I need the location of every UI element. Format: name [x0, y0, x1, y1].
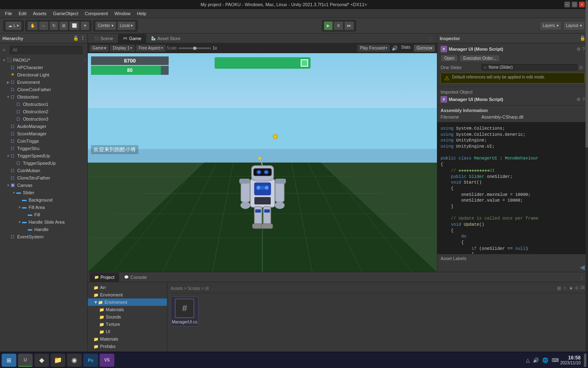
one-slider-field[interactable]: ← None (Slider)	[481, 64, 577, 70]
tree-item-canvas[interactable]: ▼ ▣ Canvas	[0, 182, 87, 189]
project-view-icon1[interactable]: ⊞	[557, 285, 561, 291]
menu-component[interactable]: Component	[81, 10, 111, 17]
menu-gameobject[interactable]: GameObject	[50, 10, 82, 17]
move-tool[interactable]: ↔	[39, 21, 49, 30]
hierarchy-lock-icon[interactable]: 🔓	[73, 36, 79, 41]
step-button[interactable]: ⏭	[344, 21, 354, 30]
menu-edit[interactable]: Edit	[16, 10, 30, 17]
project-favorites-icon[interactable]: ★	[569, 285, 573, 291]
tab-game[interactable]: 🎮 Game	[118, 34, 146, 43]
tree-item-triggerspeedup-child[interactable]: ◻ TriggerSpeedUp	[0, 159, 87, 167]
tree-item-scoremanager[interactable]: ◻ ScoreManager	[0, 130, 87, 137]
maximize-button[interactable]: □	[572, 2, 577, 7]
open-button[interactable]: Open	[441, 55, 458, 62]
taskbar-chrome[interactable]: ◉	[67, 354, 82, 367]
tree-item-background[interactable]: ▬ Background	[0, 196, 87, 204]
tree-item-directional-light[interactable]: ☀ Directional Light	[0, 71, 87, 79]
project-item-materials[interactable]: 📁 Materials	[88, 306, 167, 313]
tray-icon-4[interactable]: ⌨	[552, 357, 559, 363]
imported-obj-header[interactable]: # Manager UI (Mono Script) ⚙ ?	[441, 95, 585, 103]
tree-item-clonestrufather[interactable]: ◻ CloneStruFather	[0, 174, 87, 182]
volume-icon[interactable]: 🔊	[392, 45, 398, 51]
tree-item-slider[interactable]: ▼ ▬ Slider	[0, 189, 87, 196]
tree-item-obstruction3[interactable]: ◻ Obstruction3	[0, 115, 87, 123]
tree-item-eventsystem[interactable]: ◻ EventSystem	[0, 233, 87, 240]
pause-button[interactable]: ⏸	[334, 21, 343, 30]
layout-dropdown[interactable]: Layout ▾	[563, 21, 585, 30]
multi-tool[interactable]: ✦	[80, 21, 89, 30]
project-item-txrture[interactable]: 📁 Txrture	[88, 321, 167, 328]
start-button[interactable]: ⊞	[2, 354, 16, 367]
tree-item-enviroment[interactable]: ▶ ◻ Enviroment	[0, 79, 87, 86]
taskbar-unity2[interactable]: ◆	[34, 354, 49, 367]
rect-tool[interactable]: ⬜	[69, 21, 80, 30]
component-help-icon[interactable]: ?	[582, 47, 585, 52]
project-item-ui[interactable]: 📁 UI	[88, 328, 167, 335]
hierarchy-add-btn[interactable]: +	[2, 47, 6, 53]
tab-project[interactable]: 📁 Project	[89, 273, 119, 282]
tab-asset-store[interactable]: 🏪 Asset Store	[146, 34, 185, 43]
tree-item-triggerspeedup[interactable]: ▼ ◻ TriggerSpeedUp	[0, 152, 87, 159]
menu-window[interactable]: Window	[111, 10, 134, 17]
play-focused-btn[interactable]: Play Focused	[357, 45, 390, 52]
project-item-prefabs[interactable]: 📁 Prefabs	[88, 343, 167, 350]
local-btn[interactable]: Local ▾	[117, 21, 136, 30]
project-item-sounds[interactable]: 📁 Sounds	[88, 313, 167, 321]
tab-console[interactable]: 💬 Console	[119, 273, 151, 282]
project-item-env1[interactable]: 📁 Enviroment	[88, 291, 167, 298]
taskbar-explorer[interactable]: 📁	[51, 354, 65, 367]
tree-item-audiomanager[interactable]: ◻ AudioManager	[0, 123, 87, 130]
tab-scene[interactable]: ⬛ Scene	[89, 34, 118, 43]
taskbar-vs[interactable]: VS	[100, 354, 114, 367]
inspector-lock-icon[interactable]: 🔓	[580, 36, 586, 41]
tree-item-obstruction2[interactable]: ◻ Obstruction2	[0, 108, 87, 115]
tree-item-cointrigge[interactable]: ◻ CoinTrigge	[0, 137, 87, 145]
menu-assets[interactable]: Assets	[30, 10, 50, 17]
tree-item-fill[interactable]: ▬ Fill	[0, 211, 87, 218]
hand-tool[interactable]: ✋	[27, 21, 38, 30]
project-item-env2[interactable]: ▼ 📁 Enviroment	[88, 298, 167, 306]
hierarchy-search-input[interactable]	[10, 46, 82, 54]
slider-target-icon[interactable]: ◎	[577, 65, 585, 70]
project-view-icon2[interactable]: ☆	[563, 285, 567, 291]
tree-item-handle[interactable]: ▬ Handle	[0, 226, 87, 233]
hierarchy-item-menu[interactable]: ⋮	[83, 58, 87, 63]
stats-btn[interactable]: Stats	[399, 45, 412, 52]
menu-help[interactable]: Help	[134, 10, 149, 17]
scale-slider[interactable]	[178, 47, 211, 49]
component-header[interactable]: # Manager UI (Mono Script) ⚙ ?	[441, 45, 585, 53]
tree-item-fill-area[interactable]: ▼ ▬ Fill Area	[0, 204, 87, 211]
tree-item-triggerstru[interactable]: ◻ TriggerStru	[0, 145, 87, 152]
show-desktop-btn[interactable]	[584, 354, 586, 367]
imported-settings-icon[interactable]: ⚙	[577, 97, 581, 102]
project-item-materials2[interactable]: 📁 Materials	[88, 335, 167, 343]
bottom-panel-menu[interactable]: ⋮	[577, 275, 586, 282]
tree-item-obstuction[interactable]: ▼ ◻ Obstuction	[0, 93, 87, 101]
display-dropdown[interactable]: Display 1	[110, 45, 135, 52]
file-managerui[interactable]: # ManagerUI.cs	[171, 296, 198, 326]
aspect-dropdown[interactable]: Free Aspect	[136, 45, 165, 52]
project-item-arr[interactable]: 📁 Arr	[88, 284, 167, 291]
tray-icon-1[interactable]: △	[526, 357, 530, 363]
menu-file[interactable]: File	[2, 10, 16, 17]
component-settings-icon[interactable]: ⚙	[577, 47, 581, 52]
scale-tool[interactable]: ⊞	[59, 21, 68, 30]
tree-item-clonecoinffather[interactable]: ◻ CloneCoinFather	[0, 86, 87, 93]
tree-item-coinmuban[interactable]: ◻ CoinMuban	[0, 167, 87, 174]
tray-icon-2[interactable]: 🔊	[533, 357, 539, 363]
tree-item-obstruction1[interactable]: ◻ Obstruction1	[0, 101, 87, 108]
taskbar-unity[interactable]: U	[18, 354, 33, 367]
tray-icon-3[interactable]: 🌐	[542, 357, 548, 363]
taskbar-clock[interactable]: 16:58 2023/11/10	[560, 355, 581, 365]
imported-help-icon[interactable]: ?	[582, 97, 585, 102]
taskbar-photoshop[interactable]: Ps	[83, 354, 98, 367]
account-dropdown[interactable]: ☁ L ▾	[5, 21, 22, 30]
gizmos-btn[interactable]: Gizmos ▾	[414, 45, 435, 52]
rotate-tool[interactable]: ↻	[49, 21, 58, 30]
play-button[interactable]: ▶	[324, 21, 333, 30]
hierarchy-menu-icon[interactable]: ⋮	[80, 36, 85, 41]
execution-order-button[interactable]: Execution Order...	[459, 55, 499, 62]
minimize-button[interactable]: –	[564, 2, 570, 7]
layers-dropdown[interactable]: Layers ▾	[540, 21, 561, 30]
view-tab-menu[interactable]: ⋮	[426, 36, 435, 43]
